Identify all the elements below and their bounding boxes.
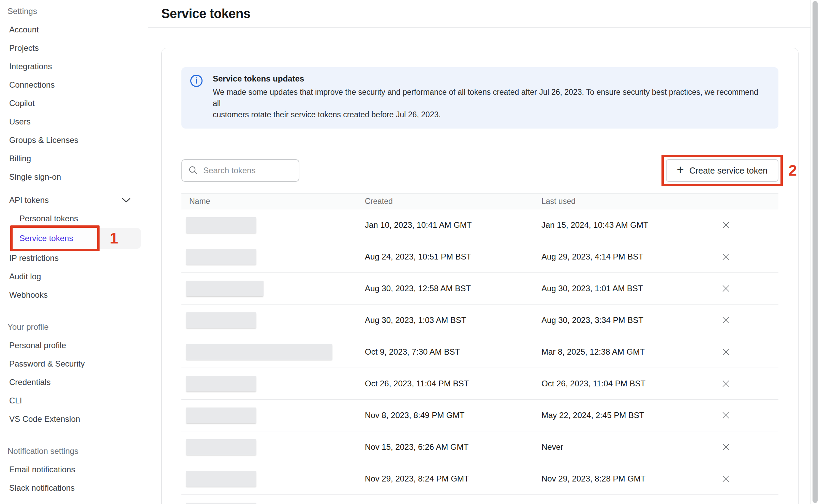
sidebar-item-password-security[interactable]: Password & Security xyxy=(0,355,147,373)
redacted-token-name xyxy=(186,439,256,455)
last-used-cell: Aug 30, 2023, 3:34 PM BST xyxy=(541,315,721,325)
name-cell xyxy=(181,249,365,265)
sidebar-section-settings: Settings xyxy=(0,2,147,20)
sidebar-item-email-notifications[interactable]: Email notifications xyxy=(0,460,147,479)
delete-token-button[interactable] xyxy=(721,284,730,293)
sidebar-item-label: Account xyxy=(9,25,39,34)
sidebar-item-personal-tokens[interactable]: Personal tokens xyxy=(0,209,147,228)
name-cell xyxy=(181,439,365,455)
sidebar-item-users[interactable]: Users xyxy=(0,113,147,131)
created-cell: Nov 29, 2023, 8:24 PM GMT xyxy=(365,474,541,484)
redacted-token-name xyxy=(186,281,264,296)
sidebar-item-single-sign-on[interactable]: Single sign-on xyxy=(0,168,147,186)
name-cell xyxy=(181,407,365,423)
redacted-token-name xyxy=(186,376,256,391)
redacted-token-name xyxy=(186,344,332,360)
page-title: Service tokens xyxy=(161,6,250,21)
main-content: Service tokens i Service tokens updates … xyxy=(148,0,819,504)
sidebar-item-credentials[interactable]: Credentials xyxy=(0,373,147,391)
actions-cell xyxy=(721,316,778,325)
column-header-name: Name xyxy=(181,197,365,206)
sidebar-section-notification-settings: Notification settings xyxy=(0,442,147,460)
name-cell xyxy=(181,217,365,233)
sidebar-nav: SettingsAccountProjectsIntegrationsConne… xyxy=(0,2,147,497)
sidebar-item-label: Single sign-on xyxy=(9,172,61,182)
sidebar-item-label: Service tokens xyxy=(19,234,73,243)
created-cell: Jan 10, 2023, 10:41 AM GMT xyxy=(365,220,541,230)
redacted-token-name xyxy=(186,471,256,487)
sidebar-item-personal-profile[interactable]: Personal profile xyxy=(0,336,147,355)
actions-cell xyxy=(721,284,778,293)
redacted-token-name xyxy=(186,503,256,504)
table-row: Aug 30, 2023, 12:58 AM BSTAug 30, 2023, … xyxy=(181,273,778,305)
actions-cell xyxy=(721,221,778,229)
scrollbar-thumb[interactable] xyxy=(813,1,818,503)
sidebar-item-label: Audit log xyxy=(9,272,41,281)
delete-token-button[interactable] xyxy=(721,252,730,261)
info-icon: i xyxy=(190,75,203,87)
search-box xyxy=(181,159,299,182)
sidebar-item-cli[interactable]: CLI xyxy=(0,391,147,410)
sidebar-item-integrations[interactable]: Integrations xyxy=(0,57,147,76)
name-cell xyxy=(181,471,365,487)
sidebar-item-webhooks[interactable]: Webhooks xyxy=(0,286,147,304)
settings-sidebar: SettingsAccountProjectsIntegrationsConne… xyxy=(0,0,147,504)
info-banner: i Service tokens updates We made some up… xyxy=(181,67,778,129)
table-row: Aug 24, 2023, 10:51 PM BSTAug 29, 2023, … xyxy=(181,241,778,273)
tokens-table: NameCreatedLast used Jan 10, 2023, 10:41… xyxy=(181,193,778,504)
sidebar-item-api-tokens[interactable]: API tokens xyxy=(0,191,147,209)
sidebar-item-ip-restrictions[interactable]: IP restrictions xyxy=(0,249,147,267)
sidebar-item-label: CLI xyxy=(9,396,22,405)
name-cell xyxy=(181,312,365,328)
table-toolbar: + Create service token 2 xyxy=(181,159,778,182)
last-used-cell: May 22, 2024, 2:45 PM BST xyxy=(541,411,721,420)
sidebar-item-account[interactable]: Account xyxy=(0,20,147,39)
sidebar-item-connections[interactable]: Connections xyxy=(0,76,147,94)
delete-token-button[interactable] xyxy=(721,221,730,229)
search-input[interactable] xyxy=(181,159,299,182)
sidebar-item-label: Personal profile xyxy=(9,341,66,350)
created-cell: Oct 26, 2023, 11:04 PM BST xyxy=(365,379,541,388)
last-used-cell: Aug 29, 2023, 4:14 PM BST xyxy=(541,252,721,262)
sidebar-item-audit-log[interactable]: Audit log xyxy=(0,267,147,286)
annotation-box-1: Service tokens xyxy=(10,225,100,251)
delete-token-button[interactable] xyxy=(721,411,730,420)
actions-cell xyxy=(721,252,778,261)
sidebar-item-billing[interactable]: Billing xyxy=(0,149,147,168)
sidebar-item-vs-code-extension[interactable]: VS Code Extension xyxy=(0,410,147,428)
sidebar-item-copilot[interactable]: Copilot xyxy=(0,94,147,113)
column-header-last-used: Last used xyxy=(541,197,721,206)
column-header-created: Created xyxy=(365,197,541,206)
table-row: Nov 29, 2023, 8:29 PM GMTNov 29, 2023, 8… xyxy=(181,495,778,504)
table-row: Aug 30, 2023, 1:03 AM BSTAug 30, 2023, 3… xyxy=(181,305,778,336)
sidebar-item-label: Users xyxy=(9,117,31,127)
delete-token-button[interactable] xyxy=(721,379,730,388)
created-cell: Oct 9, 2023, 7:30 AM BST xyxy=(365,347,541,357)
created-cell: Aug 30, 2023, 12:58 AM BST xyxy=(365,284,541,293)
sidebar-item-label: Projects xyxy=(9,43,39,53)
delete-token-button[interactable] xyxy=(721,443,730,451)
sidebar-item-label: Billing xyxy=(9,154,31,163)
table-row: Nov 29, 2023, 8:24 PM GMTNov 29, 2023, 8… xyxy=(181,463,778,495)
sidebar-item-projects[interactable]: Projects xyxy=(0,39,147,57)
name-cell xyxy=(181,503,365,504)
delete-token-button[interactable] xyxy=(721,347,730,356)
actions-cell xyxy=(721,443,778,451)
last-used-cell: Oct 26, 2023, 11:04 PM BST xyxy=(541,379,721,388)
sidebar-item-service-tokens[interactable]: Service tokens1 xyxy=(0,228,147,249)
create-service-token-button[interactable]: + Create service token xyxy=(666,159,778,182)
redacted-token-name xyxy=(186,249,256,265)
delete-token-button[interactable] xyxy=(721,316,730,325)
delete-token-button[interactable] xyxy=(721,474,730,483)
create-token-area: + Create service token 2 xyxy=(666,159,778,182)
sidebar-section-your-profile: Your profile xyxy=(0,318,147,336)
annotation-marker-2: 2 xyxy=(789,162,797,179)
sidebar-item-label: Webhooks xyxy=(9,290,48,300)
sidebar-item-slack-notifications[interactable]: Slack notifications xyxy=(0,479,147,497)
last-used-cell: Never xyxy=(541,442,721,452)
table-header: NameCreatedLast used xyxy=(181,193,778,209)
name-cell xyxy=(181,376,365,391)
sidebar-item-groups-licenses[interactable]: Groups & Licenses xyxy=(0,131,147,149)
sidebar-item-label: Credentials xyxy=(9,377,50,387)
vertical-scrollbar[interactable] xyxy=(810,0,819,504)
